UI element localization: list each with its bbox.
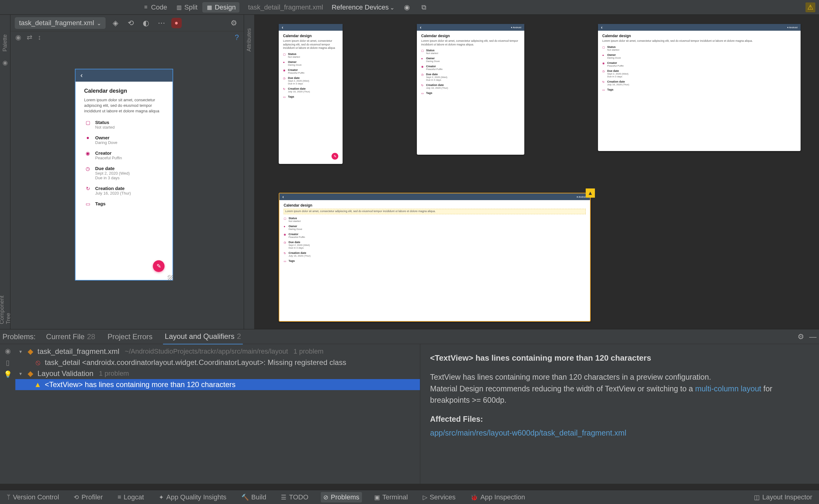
layers-icon[interactable]: ◈ [110,17,121,29]
left-rail: Palette ◉ Component Tree [0,15,10,329]
chevron-down-icon [97,19,101,27]
eye-icon[interactable]: ◉ [5,347,11,355]
status-label: Status [607,45,796,48]
owner-label: Owner [607,53,796,56]
panel-settings-icon[interactable]: ⚙ [798,332,804,341]
preview-canvas[interactable]: ‹ Calendar designLorem ipsum dolor sit a… [254,15,819,329]
due-value: Sept 2, 2020 (Wed) [607,72,796,75]
android-label: ♦ Android [511,26,521,29]
error-indicator-icon[interactable]: ● [171,18,182,28]
due-value: Sept 2, 2020 (Wed) [288,79,338,82]
reference-devices-dropdown[interactable]: Reference Devices [332,3,394,11]
more-icon[interactable]: ⋯ [156,17,167,29]
services-tab[interactable]: ▷Services [420,492,458,502]
rail-dot-icon[interactable]: ◉ [2,59,8,66]
tree-warning-row[interactable]: ▲ <TextView> has lines containing more t… [15,379,420,390]
pencil-icon: ✎ [157,263,161,269]
task-title: Calendar design [602,34,796,38]
reference-devices-label: Reference Devices [332,3,389,11]
multi-column-link[interactable]: multi-column layout [695,384,761,393]
profiler-tab[interactable]: ⟲Profiler [71,492,105,502]
attributes-rail-label[interactable]: Attributes [246,27,252,53]
device-preview-desktop[interactable]: ‹♦ Android Calendar designLorem ipsum do… [279,193,591,322]
tab-current-file[interactable]: Current File28 [44,329,97,344]
task-description: Lorem ipsum dolor sit amet, consectetur … [283,39,338,50]
help-icon[interactable]: ? [235,33,239,42]
device-preview-main[interactable]: ‹ Calendar design Lorem ipsum dolor sit … [75,69,173,281]
problems-tab-label: Problems [331,493,359,501]
warning-badge[interactable] [805,2,815,12]
task-title: Calendar design [421,34,520,38]
creator-label: Creator [426,65,520,68]
panel-icon[interactable]: ▯ [6,359,10,367]
rotate-icon[interactable]: ⟲ [125,17,136,29]
tree-file-row[interactable]: ▾ ◆ task_detail_fragment.xml ~/AndroidSt… [15,346,420,357]
services-label: Services [430,493,456,501]
creator-field: ◉CreatorPeaceful Puffin [84,150,164,160]
status-value: Not started [607,48,796,51]
tab-count: 2 [237,332,241,341]
bottom-toolbar: ᛘVersion Control ⟲Profiler ≡Logcat ✦App … [0,490,819,504]
problems-tabs: Problems: Current File28 Project Errors … [0,329,819,344]
tree-error-row[interactable]: ⦸ task_detail <androidx.coordinatorlayou… [15,357,420,368]
due-value: Sept 2, 2020 (Wed) [289,244,586,246]
todo-tab[interactable]: ☰TODO [278,492,311,502]
logcat-tab[interactable]: ≡Logcat [115,492,146,502]
device-preview-foldable[interactable]: ‹♦ Android Calendar designLorem ipsum do… [417,24,524,155]
component-tree-rail-label[interactable]: Component Tree [0,284,12,325]
back-icon[interactable]: ‹ [80,72,83,79]
theme-icon[interactable]: ◐ [141,17,152,29]
resize-handle[interactable] [165,273,175,282]
due-extra: Due in 3 days [288,82,338,85]
created-label: Creation date [288,87,338,90]
eye-icon[interactable]: ◉ [15,33,21,41]
owner-value: Daring Dove [607,56,796,59]
due-label: Due date [426,73,520,76]
tab-project-errors[interactable]: Project Errors [106,329,154,344]
layout-inspector-tab[interactable]: ◫Layout Inspector [751,492,815,502]
tab-layout-qualifiers[interactable]: Layout and Qualifiers2 [163,329,243,344]
creator-value: Peaceful Puffin [607,64,796,67]
main-area: Palette ◉ Component Tree task_detail_fra… [0,15,819,329]
warning-corner-icon[interactable]: ▲ [586,188,595,198]
problem-detail-pane: <TextView> has lines containing more tha… [420,344,819,484]
creator-label: Creator [607,61,796,64]
affected-file-link[interactable]: app/src/main/res/layout-w600dp/task_deta… [430,427,809,439]
file-selector[interactable]: task_detail_fragment.xml [15,17,106,29]
problems-tree[interactable]: ▾ ◆ task_detail_fragment.xml ~/AndroidSt… [15,344,420,484]
due-label: Due date [607,69,796,72]
task-title: Calendar design [84,88,164,94]
panel-minimize-icon[interactable]: — [809,332,817,341]
fab-edit-button[interactable]: ✎ [153,260,165,272]
problems-tab[interactable]: ⊘Problems [321,492,362,502]
version-control-tab[interactable]: ᛘVersion Control [4,492,61,502]
overlay-icon[interactable]: ⧉ [419,2,429,12]
device-preview-tablet[interactable]: ‹♦ Android Calendar designLorem ipsum do… [598,24,801,151]
vertical-icon[interactable]: ↕ [38,33,41,41]
settings-icon[interactable]: ⚙ [228,17,239,29]
file-tab[interactable]: task_detail_fragment.xml [248,3,323,11]
bulb-icon[interactable]: 💡 [4,370,12,378]
logcat-icon: ≡ [118,494,121,501]
created-label: Creation date [289,251,586,254]
back-icon: ‹ [420,25,421,30]
tree-group-row[interactable]: ▾ ◆ Layout Validation 1 problem [15,368,420,379]
palette-rail-label[interactable]: Palette [2,33,8,53]
chevron-down-icon[interactable]: ▾ [18,371,23,377]
build-tab[interactable]: 🔨Build [239,492,269,502]
split-mode-button[interactable]: ▥Split [172,2,201,13]
device-preview-phone[interactable]: ‹ Calendar designLorem ipsum dolor sit a… [279,24,343,164]
owner-field: ●OwnerDaring Dove [84,135,164,145]
design-mode-button[interactable]: ▦Design [202,2,239,13]
code-mode-button[interactable]: ≡Code [139,2,171,13]
quality-tab[interactable]: ✦App Quality Insights [156,492,229,502]
arrows-icon[interactable]: ⇄ [27,33,32,41]
branch-icon: ᛘ [7,494,10,501]
fab-edit-button[interactable]: ✎ [332,153,338,160]
chevron-down-icon[interactable]: ▾ [18,349,23,355]
problems-label: Problems: [2,332,36,341]
terminal-tab[interactable]: ▣Terminal [372,492,410,502]
visibility-icon[interactable]: ◉ [402,2,412,12]
logcat-label: Logcat [124,493,144,501]
inspection-tab[interactable]: 🐞App Inspection [468,492,528,502]
